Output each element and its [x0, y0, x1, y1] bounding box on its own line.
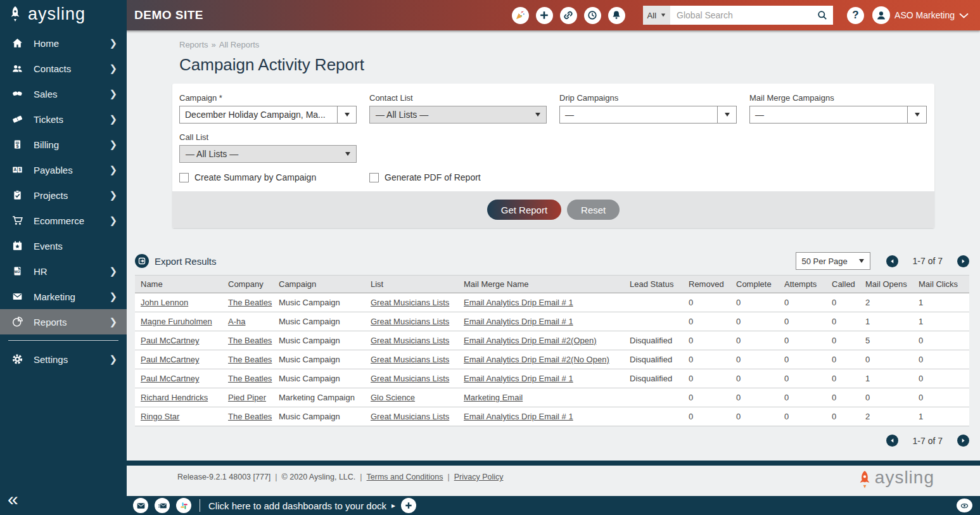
- record-link[interactable]: Email Analytics Drip Email # 1: [464, 374, 573, 383]
- record-link[interactable]: A-ha: [228, 317, 245, 326]
- party-popper-icon[interactable]: [512, 7, 529, 24]
- search-scope-select[interactable]: All: [643, 6, 670, 25]
- breadcrumb: ReportsAll Reports: [172, 40, 934, 49]
- record-link[interactable]: Paul McCartney: [141, 355, 199, 364]
- table-cell: 0: [730, 331, 779, 350]
- sidebar-item-label: Payables: [34, 165, 109, 175]
- record-link[interactable]: Great Musicians Lists: [371, 374, 449, 383]
- user-avatar-icon[interactable]: [872, 6, 890, 24]
- record-link[interactable]: John Lennon: [141, 298, 188, 307]
- table-cell: Disqualified: [624, 369, 683, 388]
- sidebar-item-billing[interactable]: $Billing❯: [0, 132, 127, 157]
- record-link[interactable]: The Beatles: [228, 412, 272, 421]
- record-link[interactable]: The Beatles: [228, 355, 272, 364]
- eye-icon[interactable]: [957, 499, 972, 512]
- contact-list-select[interactable]: — All Lists —: [369, 106, 547, 124]
- record-link[interactable]: Email Analytics Drip Email # 1: [464, 317, 573, 326]
- terms-link[interactable]: Terms and Conditions: [367, 473, 443, 481]
- sidebar-item-home[interactable]: Home❯: [0, 30, 127, 56]
- table-row: John LennonThe BeatlesMusic CampaignGrea…: [135, 293, 969, 312]
- dock-add-button[interactable]: [401, 498, 416, 513]
- table-row: Richard HendricksPied PiperMarketing Cam…: [135, 388, 969, 407]
- call-list-select[interactable]: — All Lists —: [179, 145, 357, 163]
- mail-icon[interactable]: [133, 498, 148, 513]
- record-link[interactable]: The Beatles: [228, 336, 272, 345]
- record-link[interactable]: Paul McCartney: [141, 336, 199, 345]
- sidebar-collapse-button[interactable]: «: [8, 490, 18, 509]
- sidebar-item-events[interactable]: Events: [0, 233, 127, 258]
- checkbox-box[interactable]: [369, 173, 379, 182]
- table-cell: 2: [860, 407, 913, 426]
- sidebar-item-payables[interactable]: A$Payables❯: [0, 157, 127, 182]
- link-icon[interactable]: [560, 7, 577, 24]
- export-results-button[interactable]: Export Results: [135, 254, 217, 268]
- record-link[interactable]: Richard Hendricks: [141, 393, 208, 402]
- settings-icon: [10, 353, 24, 365]
- record-link[interactable]: Pied Piper: [228, 393, 266, 402]
- search-input[interactable]: [670, 6, 811, 25]
- breadcrumb-reports[interactable]: Reports: [179, 40, 208, 49]
- breadcrumb-all-reports[interactable]: All Reports: [219, 40, 260, 49]
- help-icon[interactable]: ?: [847, 7, 864, 24]
- sidebar-item-reports[interactable]: Reports❯: [0, 309, 127, 334]
- create-summary-checkbox[interactable]: Create Summary by Campaign: [179, 172, 369, 182]
- generate-pdf-checkbox[interactable]: Generate PDF of Report: [369, 172, 481, 182]
- mail-merge-campaigns-select[interactable]: —: [749, 106, 927, 124]
- record-link[interactable]: Great Musicians Lists: [371, 317, 449, 326]
- record-link[interactable]: Great Musicians Lists: [371, 298, 449, 307]
- table-cell: Email Analytics Drip Email #2(No Open): [458, 350, 624, 369]
- record-link[interactable]: Paul McCartney: [141, 374, 199, 383]
- record-link[interactable]: Great Musicians Lists: [371, 336, 449, 345]
- sidebar-item-marketing[interactable]: Marketing❯: [0, 284, 127, 309]
- table-cell: 0: [779, 407, 826, 426]
- plus-icon[interactable]: [536, 7, 553, 24]
- sidebar-item-sales[interactable]: Sales❯: [0, 81, 127, 106]
- dock-add-dashboards-label[interactable]: Click here to add dashboards to your doc…: [208, 500, 386, 511]
- sidebar-item-contacts[interactable]: Contacts❯: [0, 56, 127, 81]
- record-link[interactable]: Email Analytics Drip Email # 1: [464, 412, 573, 421]
- per-page-select[interactable]: 50 Per Page: [796, 252, 870, 270]
- privacy-link[interactable]: Privacy Policy: [454, 473, 504, 481]
- next-page-button[interactable]: [957, 435, 969, 447]
- sidebar-item-ecommerce[interactable]: Ecommerce❯: [0, 208, 127, 233]
- record-link[interactable]: Marketing Email: [464, 393, 523, 402]
- previous-page-button[interactable]: [886, 255, 898, 267]
- sidebar-item-label: Home: [34, 38, 109, 49]
- sidebar-item-settings[interactable]: Settings❯: [0, 347, 127, 372]
- record-link[interactable]: Great Musicians Lists: [371, 355, 449, 364]
- record-link[interactable]: The Beatles: [228, 298, 272, 307]
- next-page-button[interactable]: [957, 255, 969, 267]
- previous-page-button[interactable]: [886, 435, 898, 447]
- search-icon[interactable]: [811, 6, 833, 25]
- history-icon[interactable]: [584, 7, 601, 24]
- user-menu[interactable]: ASO Marketing: [894, 10, 955, 20]
- call-list-field: Call List — All Lists —: [179, 132, 357, 163]
- campaign-select[interactable]: December Holiday Campaign, Ma...: [179, 106, 357, 124]
- record-link[interactable]: Email Analytics Drip Email # 1: [464, 298, 573, 307]
- record-link[interactable]: Glo Science: [371, 393, 415, 402]
- record-link[interactable]: Great Musicians Lists: [371, 412, 449, 421]
- sidebar-item-projects[interactable]: Projects❯: [0, 182, 127, 208]
- record-link[interactable]: Ringo Star: [141, 412, 179, 421]
- sidebar-item-hr[interactable]: W2HR❯: [0, 258, 127, 284]
- brand-name: aysling: [28, 6, 86, 25]
- chevron-down-icon[interactable]: [337, 106, 356, 123]
- chevron-down-icon[interactable]: [907, 106, 926, 123]
- notifications-bell-icon[interactable]: [608, 7, 625, 24]
- user-menu-chevron-icon[interactable]: [958, 11, 969, 20]
- mail-lines-icon[interactable]: [155, 498, 170, 513]
- caret-right-icon[interactable]: ▸: [391, 501, 395, 510]
- brand-logo[interactable]: aysling: [0, 0, 127, 30]
- table-cell: Music Campaign: [273, 331, 365, 350]
- sidebar-item-tickets[interactable]: Tickets❯: [0, 106, 127, 132]
- get-report-button[interactable]: Get Report: [487, 200, 561, 220]
- drip-campaigns-select[interactable]: —: [559, 106, 737, 124]
- record-link[interactable]: Magne Furuholmen: [141, 317, 212, 326]
- record-link[interactable]: Email Analytics Drip Email #2(Open): [464, 336, 597, 345]
- record-link[interactable]: Email Analytics Drip Email #2(No Open): [464, 355, 609, 364]
- chevron-down-icon[interactable]: [717, 106, 736, 123]
- record-link[interactable]: The Beatles: [228, 374, 272, 383]
- checkbox-box[interactable]: [179, 173, 189, 182]
- reset-button[interactable]: Reset: [567, 200, 620, 220]
- slack-icon[interactable]: [176, 498, 191, 513]
